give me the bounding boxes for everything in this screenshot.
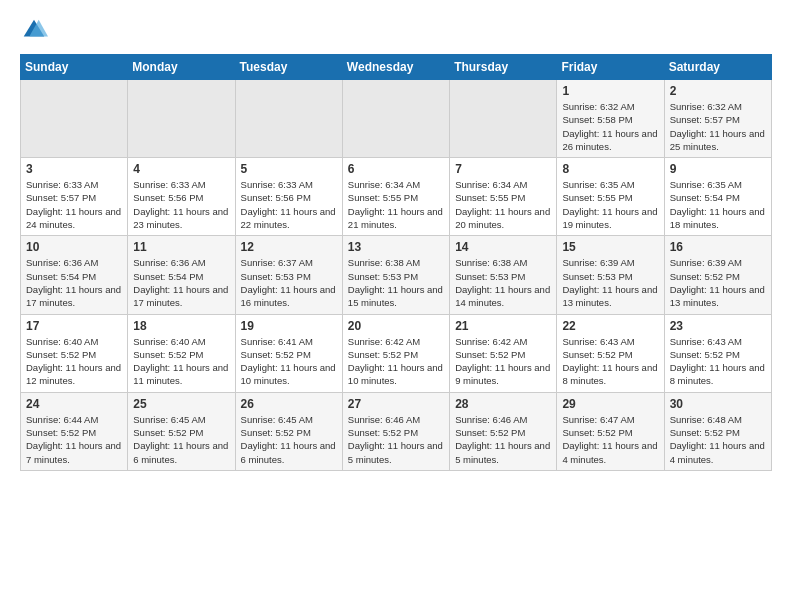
calendar-cell: [450, 80, 557, 158]
day-info: Sunrise: 6:37 AM Sunset: 5:53 PM Dayligh…: [241, 256, 337, 309]
week-row-4: 17Sunrise: 6:40 AM Sunset: 5:52 PM Dayli…: [21, 314, 772, 392]
calendar-cell: 11Sunrise: 6:36 AM Sunset: 5:54 PM Dayli…: [128, 236, 235, 314]
day-number: 8: [562, 162, 658, 176]
header: [20, 16, 772, 44]
day-number: 7: [455, 162, 551, 176]
day-info: Sunrise: 6:43 AM Sunset: 5:52 PM Dayligh…: [562, 335, 658, 388]
day-info: Sunrise: 6:38 AM Sunset: 5:53 PM Dayligh…: [455, 256, 551, 309]
calendar-cell: 7Sunrise: 6:34 AM Sunset: 5:55 PM Daylig…: [450, 158, 557, 236]
day-number: 24: [26, 397, 122, 411]
day-number: 25: [133, 397, 229, 411]
calendar-cell: 1Sunrise: 6:32 AM Sunset: 5:58 PM Daylig…: [557, 80, 664, 158]
day-number: 14: [455, 240, 551, 254]
calendar-cell: 29Sunrise: 6:47 AM Sunset: 5:52 PM Dayli…: [557, 392, 664, 470]
calendar-cell: 23Sunrise: 6:43 AM Sunset: 5:52 PM Dayli…: [664, 314, 771, 392]
day-header-sunday: Sunday: [21, 55, 128, 80]
calendar: SundayMondayTuesdayWednesdayThursdayFrid…: [20, 54, 772, 471]
day-number: 15: [562, 240, 658, 254]
calendar-cell: 30Sunrise: 6:48 AM Sunset: 5:52 PM Dayli…: [664, 392, 771, 470]
day-info: Sunrise: 6:39 AM Sunset: 5:52 PM Dayligh…: [670, 256, 766, 309]
day-header-thursday: Thursday: [450, 55, 557, 80]
day-info: Sunrise: 6:35 AM Sunset: 5:55 PM Dayligh…: [562, 178, 658, 231]
day-info: Sunrise: 6:38 AM Sunset: 5:53 PM Dayligh…: [348, 256, 444, 309]
day-info: Sunrise: 6:46 AM Sunset: 5:52 PM Dayligh…: [455, 413, 551, 466]
calendar-cell: 27Sunrise: 6:46 AM Sunset: 5:52 PM Dayli…: [342, 392, 449, 470]
day-number: 10: [26, 240, 122, 254]
calendar-cell: 5Sunrise: 6:33 AM Sunset: 5:56 PM Daylig…: [235, 158, 342, 236]
logo: [20, 16, 52, 44]
day-info: Sunrise: 6:45 AM Sunset: 5:52 PM Dayligh…: [241, 413, 337, 466]
day-number: 13: [348, 240, 444, 254]
day-number: 5: [241, 162, 337, 176]
day-number: 3: [26, 162, 122, 176]
week-row-1: 1Sunrise: 6:32 AM Sunset: 5:58 PM Daylig…: [21, 80, 772, 158]
day-info: Sunrise: 6:33 AM Sunset: 5:57 PM Dayligh…: [26, 178, 122, 231]
calendar-cell: 2Sunrise: 6:32 AM Sunset: 5:57 PM Daylig…: [664, 80, 771, 158]
calendar-cell: 25Sunrise: 6:45 AM Sunset: 5:52 PM Dayli…: [128, 392, 235, 470]
day-info: Sunrise: 6:39 AM Sunset: 5:53 PM Dayligh…: [562, 256, 658, 309]
day-number: 11: [133, 240, 229, 254]
day-number: 23: [670, 319, 766, 333]
day-info: Sunrise: 6:36 AM Sunset: 5:54 PM Dayligh…: [26, 256, 122, 309]
calendar-cell: 13Sunrise: 6:38 AM Sunset: 5:53 PM Dayli…: [342, 236, 449, 314]
calendar-cell: 21Sunrise: 6:42 AM Sunset: 5:52 PM Dayli…: [450, 314, 557, 392]
calendar-cell: [128, 80, 235, 158]
day-info: Sunrise: 6:41 AM Sunset: 5:52 PM Dayligh…: [241, 335, 337, 388]
calendar-cell: 28Sunrise: 6:46 AM Sunset: 5:52 PM Dayli…: [450, 392, 557, 470]
week-row-3: 10Sunrise: 6:36 AM Sunset: 5:54 PM Dayli…: [21, 236, 772, 314]
calendar-header: SundayMondayTuesdayWednesdayThursdayFrid…: [21, 55, 772, 80]
day-number: 22: [562, 319, 658, 333]
calendar-cell: 24Sunrise: 6:44 AM Sunset: 5:52 PM Dayli…: [21, 392, 128, 470]
header-row: SundayMondayTuesdayWednesdayThursdayFrid…: [21, 55, 772, 80]
day-info: Sunrise: 6:40 AM Sunset: 5:52 PM Dayligh…: [133, 335, 229, 388]
day-number: 12: [241, 240, 337, 254]
day-number: 9: [670, 162, 766, 176]
calendar-cell: 26Sunrise: 6:45 AM Sunset: 5:52 PM Dayli…: [235, 392, 342, 470]
calendar-cell: [21, 80, 128, 158]
day-info: Sunrise: 6:33 AM Sunset: 5:56 PM Dayligh…: [241, 178, 337, 231]
calendar-cell: [235, 80, 342, 158]
calendar-cell: 6Sunrise: 6:34 AM Sunset: 5:55 PM Daylig…: [342, 158, 449, 236]
day-number: 29: [562, 397, 658, 411]
calendar-cell: 12Sunrise: 6:37 AM Sunset: 5:53 PM Dayli…: [235, 236, 342, 314]
day-info: Sunrise: 6:46 AM Sunset: 5:52 PM Dayligh…: [348, 413, 444, 466]
day-info: Sunrise: 6:36 AM Sunset: 5:54 PM Dayligh…: [133, 256, 229, 309]
logo-icon: [20, 16, 48, 44]
day-header-tuesday: Tuesday: [235, 55, 342, 80]
calendar-cell: 9Sunrise: 6:35 AM Sunset: 5:54 PM Daylig…: [664, 158, 771, 236]
day-number: 4: [133, 162, 229, 176]
day-info: Sunrise: 6:32 AM Sunset: 5:58 PM Dayligh…: [562, 100, 658, 153]
calendar-cell: 8Sunrise: 6:35 AM Sunset: 5:55 PM Daylig…: [557, 158, 664, 236]
calendar-cell: 18Sunrise: 6:40 AM Sunset: 5:52 PM Dayli…: [128, 314, 235, 392]
day-info: Sunrise: 6:33 AM Sunset: 5:56 PM Dayligh…: [133, 178, 229, 231]
day-header-wednesday: Wednesday: [342, 55, 449, 80]
calendar-cell: 22Sunrise: 6:43 AM Sunset: 5:52 PM Dayli…: [557, 314, 664, 392]
day-number: 26: [241, 397, 337, 411]
day-number: 1: [562, 84, 658, 98]
day-number: 28: [455, 397, 551, 411]
day-info: Sunrise: 6:34 AM Sunset: 5:55 PM Dayligh…: [455, 178, 551, 231]
day-header-friday: Friday: [557, 55, 664, 80]
day-number: 30: [670, 397, 766, 411]
calendar-cell: 4Sunrise: 6:33 AM Sunset: 5:56 PM Daylig…: [128, 158, 235, 236]
day-info: Sunrise: 6:45 AM Sunset: 5:52 PM Dayligh…: [133, 413, 229, 466]
day-info: Sunrise: 6:34 AM Sunset: 5:55 PM Dayligh…: [348, 178, 444, 231]
calendar-cell: 3Sunrise: 6:33 AM Sunset: 5:57 PM Daylig…: [21, 158, 128, 236]
day-number: 2: [670, 84, 766, 98]
day-number: 21: [455, 319, 551, 333]
calendar-cell: 15Sunrise: 6:39 AM Sunset: 5:53 PM Dayli…: [557, 236, 664, 314]
day-number: 27: [348, 397, 444, 411]
calendar-cell: 14Sunrise: 6:38 AM Sunset: 5:53 PM Dayli…: [450, 236, 557, 314]
day-number: 18: [133, 319, 229, 333]
calendar-cell: 16Sunrise: 6:39 AM Sunset: 5:52 PM Dayli…: [664, 236, 771, 314]
day-header-saturday: Saturday: [664, 55, 771, 80]
calendar-cell: [342, 80, 449, 158]
calendar-cell: 19Sunrise: 6:41 AM Sunset: 5:52 PM Dayli…: [235, 314, 342, 392]
day-info: Sunrise: 6:47 AM Sunset: 5:52 PM Dayligh…: [562, 413, 658, 466]
day-info: Sunrise: 6:32 AM Sunset: 5:57 PM Dayligh…: [670, 100, 766, 153]
calendar-cell: 10Sunrise: 6:36 AM Sunset: 5:54 PM Dayli…: [21, 236, 128, 314]
calendar-cell: 17Sunrise: 6:40 AM Sunset: 5:52 PM Dayli…: [21, 314, 128, 392]
day-info: Sunrise: 6:35 AM Sunset: 5:54 PM Dayligh…: [670, 178, 766, 231]
day-info: Sunrise: 6:42 AM Sunset: 5:52 PM Dayligh…: [455, 335, 551, 388]
calendar-cell: 20Sunrise: 6:42 AM Sunset: 5:52 PM Dayli…: [342, 314, 449, 392]
